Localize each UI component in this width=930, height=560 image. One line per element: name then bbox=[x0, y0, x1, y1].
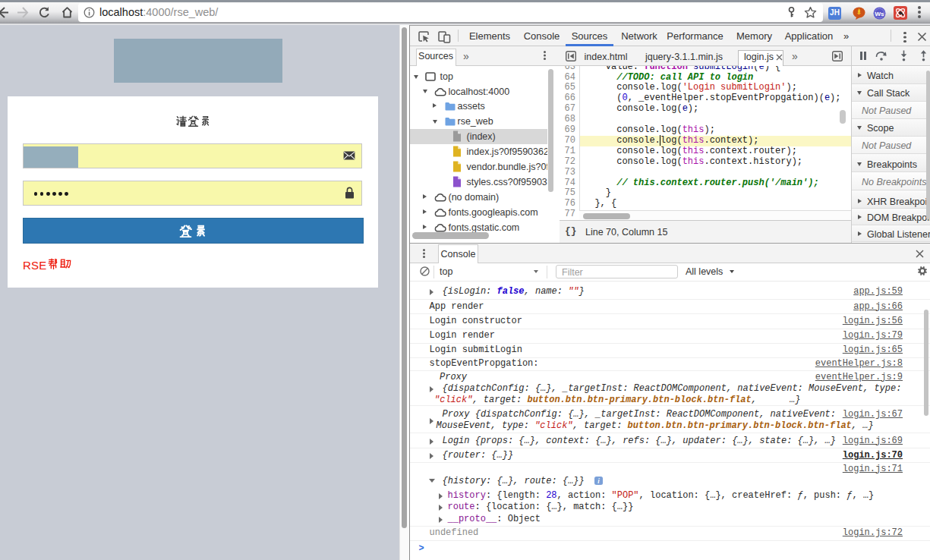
svg-text:Ws: Ws bbox=[875, 11, 885, 17]
